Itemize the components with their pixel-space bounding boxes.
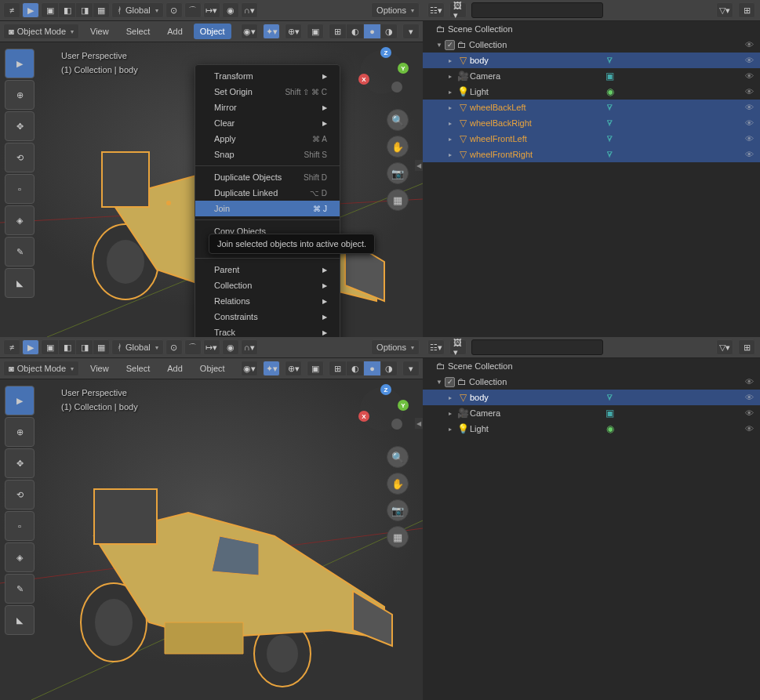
tree-item-body[interactable]: ▸▽body ⛛	[423, 390, 760, 405]
menu-item-duplicate-linked[interactable]: Duplicate Linked⌥ D	[195, 185, 340, 201]
tree-item-Light[interactable]: ▸💡Light ◉	[423, 84, 760, 100]
menu-item-apply[interactable]: Apply⌘ A	[195, 131, 340, 147]
filter-icon[interactable]: ▽▾	[716, 2, 733, 18]
overlay-icon[interactable]: ⊕▾	[285, 361, 302, 376]
proportional-falloff-icon[interactable]: ∩▾	[241, 339, 258, 355]
proportional-icon[interactable]: ◉	[222, 2, 239, 18]
cursor-tool-icon[interactable]: ▶	[22, 339, 39, 355]
outliner-type-icon[interactable]: ☷▾	[427, 2, 445, 18]
menu-item-set-origin[interactable]: Set OriginShift ⇧ ⌘ C	[195, 84, 340, 100]
xray-icon[interactable]: ▣	[307, 24, 324, 39]
tree-item-wheelFrontRight[interactable]: ▸▽wheelFrontRight ⛛	[423, 147, 760, 162]
viewport[interactable]: User Perspective (1) Collection | body ▶…	[0, 379, 423, 700]
viewport[interactable]: User Perspective (1) Collection | body ▶…	[0, 42, 423, 337]
menu-object[interactable]: Object	[194, 24, 231, 39]
tool-scale[interactable]: ▫	[5, 174, 35, 204]
tool-cursor[interactable]: ⊕	[5, 80, 35, 110]
tree-item-Camera[interactable]: ▸🎥Camera ▣	[423, 405, 760, 421]
proportional-falloff-icon[interactable]: ∩▾	[241, 2, 258, 18]
outliner-search[interactable]	[471, 2, 603, 18]
tool-scale[interactable]: ▫	[5, 511, 35, 541]
outliner-type-icon[interactable]: ☷▾	[427, 339, 445, 355]
eye-icon[interactable]	[745, 118, 754, 128]
gizmo-toggle-icon[interactable]: ✦▾	[263, 361, 280, 376]
editor-type-icon[interactable]: ≠	[3, 2, 20, 18]
zoom-icon[interactable]: 🔍	[387, 109, 409, 131]
select-mode-group[interactable]: ▣◧◨▦	[41, 339, 110, 355]
menu-item-mirror[interactable]: Mirror▶	[195, 100, 340, 115]
nav-gizmo[interactable]: Z Y X	[360, 50, 407, 97]
tool-transform[interactable]: ◈	[5, 205, 35, 235]
shading-dropdown-icon[interactable]: ▾	[402, 361, 420, 376]
pivot-icon[interactable]: ⊙	[165, 339, 183, 355]
camera-icon[interactable]: 📷	[387, 499, 409, 521]
tool-rotate[interactable]: ⟲	[5, 480, 35, 510]
menu-view[interactable]: View	[84, 24, 115, 39]
menu-object[interactable]: Object	[194, 361, 231, 376]
tree-item-Light[interactable]: ▸💡Light ◉	[423, 421, 760, 437]
tree-collection[interactable]: ▼✓🗀Collection	[423, 37, 760, 53]
eye-icon[interactable]	[745, 393, 754, 402]
perspective-icon[interactable]: ▦	[387, 189, 409, 211]
gizmo-toggle-icon[interactable]: ✦▾	[263, 24, 280, 39]
tool-select-box[interactable]: ▶	[5, 49, 35, 78]
eye-icon[interactable]	[745, 40, 754, 49]
tree-item-wheelFrontLeft[interactable]: ▸▽wheelFrontLeft ⛛	[423, 131, 760, 147]
tool-annotate[interactable]: ✎	[5, 237, 35, 267]
menu-item-constraints[interactable]: Constraints▶	[195, 309, 340, 325]
tree-item-body[interactable]: ▸▽body ⛛	[423, 53, 760, 68]
tree-scene-collection[interactable]: 🗀Scene Collection	[423, 21, 760, 37]
display-mode-icon[interactable]: 🖼▾	[449, 339, 467, 355]
menu-item-transform[interactable]: Transform▶	[195, 68, 340, 84]
tree-item-wheelBackRight[interactable]: ▸▽wheelBackRight ⛛	[423, 115, 760, 131]
perspective-icon[interactable]: ▦	[387, 526, 409, 548]
tool-transform[interactable]: ◈	[5, 542, 35, 572]
n-panel-toggle[interactable]: ◀	[415, 160, 423, 171]
zoom-icon[interactable]: 🔍	[387, 446, 409, 468]
eye-icon[interactable]	[745, 150, 754, 159]
eye-icon[interactable]	[745, 408, 754, 418]
tool-measure[interactable]: ◣	[5, 605, 35, 635]
menu-item-join[interactable]: Join⌘ J	[195, 201, 340, 216]
outliner-tree[interactable]: 🗀Scene Collection▼✓🗀Collection▸▽body ⛛▸🎥…	[423, 21, 760, 337]
menu-select[interactable]: Select	[120, 24, 157, 39]
nav-gizmo[interactable]: Z Y X	[360, 387, 407, 434]
tool-rotate[interactable]: ⟲	[5, 143, 35, 172]
tool-annotate[interactable]: ✎	[5, 574, 35, 604]
snap-target-icon[interactable]: ↦▾	[203, 2, 220, 18]
shading-group[interactable]: ⊞◐●◑	[329, 24, 398, 39]
editor-type-icon[interactable]: ≠	[3, 339, 20, 355]
orientation-dropdown[interactable]: ᚯ Global▾	[111, 339, 164, 355]
eye-icon[interactable]	[745, 424, 754, 433]
eye-icon[interactable]	[745, 56, 754, 65]
tool-select-box[interactable]: ▶	[5, 386, 35, 415]
overlay-icon[interactable]: ⊕▾	[285, 24, 302, 39]
select-mode-group[interactable]: ▣◧◨▦	[41, 2, 110, 18]
options-dropdown[interactable]: Options▾	[371, 339, 420, 355]
outliner-tree[interactable]: 🗀Scene Collection▼✓🗀Collection▸▽body ⛛▸🎥…	[423, 358, 760, 700]
tool-move[interactable]: ✥	[5, 448, 35, 478]
menu-view[interactable]: View	[84, 361, 115, 376]
menu-add[interactable]: Add	[161, 361, 189, 376]
menu-item-snap[interactable]: SnapShift S	[195, 147, 340, 162]
menu-select[interactable]: Select	[120, 361, 157, 376]
outliner-search[interactable]	[471, 339, 603, 355]
tool-cursor[interactable]: ⊕	[5, 417, 35, 447]
menu-item-clear[interactable]: Clear▶	[195, 115, 340, 131]
filter-icon[interactable]: ▽▾	[716, 339, 733, 355]
eye-icon[interactable]	[745, 377, 754, 386]
menu-item-relations[interactable]: Relations▶	[195, 293, 340, 309]
eye-icon[interactable]	[745, 134, 754, 143]
pan-icon[interactable]: ✋	[387, 473, 409, 495]
snap-icon[interactable]: ⌒	[184, 2, 202, 18]
display-mode-icon[interactable]: 🖼▾	[449, 2, 467, 18]
mode-dropdown[interactable]: ◙ Object Mode▾	[3, 24, 79, 39]
menu-item-collection[interactable]: Collection▶	[195, 277, 340, 293]
eye-icon[interactable]	[745, 87, 754, 96]
pivot-icon[interactable]: ⊙	[165, 2, 183, 18]
menu-item-track[interactable]: Track▶	[195, 325, 340, 337]
camera-icon[interactable]: 📷	[387, 162, 409, 184]
eye-icon[interactable]	[745, 71, 754, 81]
visibility-icon[interactable]: ◉▾	[241, 361, 258, 376]
menu-add[interactable]: Add	[161, 24, 189, 39]
